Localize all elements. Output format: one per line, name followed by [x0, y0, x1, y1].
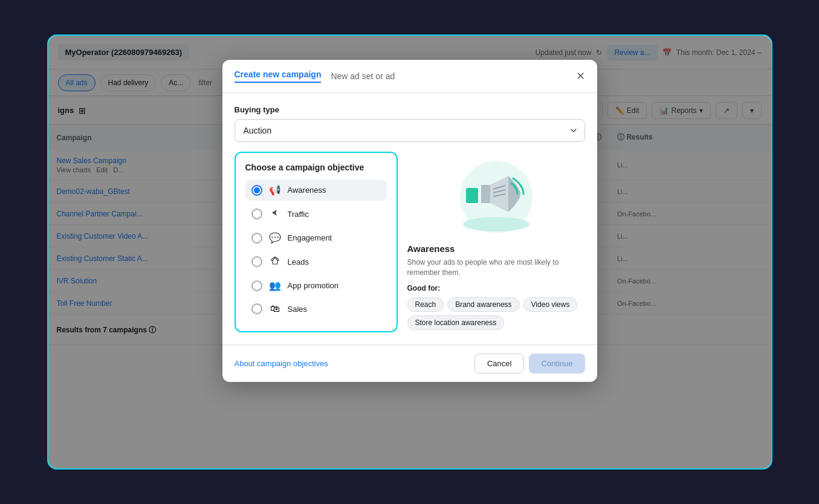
tab-create-campaign[interactable]: Create new campaign	[235, 69, 322, 83]
objective-title: Choose a campaign objective	[245, 163, 387, 172]
screen-wrapper: MyOperator (226080979469263) Updated jus…	[47, 34, 772, 470]
tag-store-location: Store location awareness	[407, 315, 505, 330]
dialog-header: Create new campaign New ad set or ad ✕	[222, 60, 597, 93]
objective-item-sales[interactable]: 🛍 Sales	[245, 299, 387, 319]
objective-item-awareness[interactable]: 📢 Awareness	[245, 179, 387, 201]
objective-item-engagement[interactable]: 💬 Engagement	[245, 227, 387, 248]
traffic-icon	[268, 208, 282, 220]
tag-video-views: Video views	[523, 297, 578, 312]
tag-brand-awareness: Brand awareness	[447, 297, 519, 312]
buying-type-label: Buying type	[235, 105, 585, 114]
tags-container: Reach Brand awareness Video views Store …	[407, 297, 585, 330]
objective-panel: Choose a campaign objective 📢 Awareness	[235, 152, 398, 332]
engagement-label: Engagement	[288, 233, 332, 242]
leads-icon	[268, 256, 282, 268]
awareness-illustration	[448, 152, 545, 236]
awareness-icon: 📢	[268, 184, 282, 196]
radio-awareness[interactable]	[251, 185, 262, 196]
dialog-body: Buying type Auction Reach and Frequency …	[222, 93, 597, 344]
objective-item-traffic[interactable]: Traffic	[245, 203, 387, 225]
detail-description: Show your ads to people who are most lik…	[407, 257, 585, 278]
leads-label: Leads	[288, 257, 309, 267]
close-button[interactable]: ✕	[576, 71, 585, 82]
traffic-label: Traffic	[288, 210, 309, 219]
detail-title: Awareness	[407, 244, 455, 254]
good-for-label: Good for:	[407, 284, 441, 292]
app-promotion-icon: 👥	[268, 280, 282, 291]
about-objectives-link[interactable]: About campaign objectives	[235, 359, 328, 368]
dialog-footer: About campaign objectives Cancel Continu…	[222, 344, 597, 382]
continue-button[interactable]: Continue	[529, 354, 584, 373]
create-campaign-dialog: Create new campaign New ad set or ad ✕ B…	[222, 60, 597, 382]
cancel-button[interactable]: Cancel	[474, 354, 524, 373]
svg-rect-2	[466, 188, 478, 203]
sales-icon: 🛍	[268, 303, 282, 314]
objective-item-app-promotion[interactable]: 👥 App promotion	[245, 275, 387, 296]
radio-traffic[interactable]	[251, 208, 262, 219]
awareness-label: Awareness	[288, 186, 326, 195]
modal-overlay: Create new campaign New ad set or ad ✕ B…	[48, 36, 771, 468]
objective-item-leads[interactable]: Leads	[245, 251, 387, 273]
sales-label: Sales	[288, 305, 308, 314]
objective-detail: Awareness Show your ads to people who ar…	[407, 152, 585, 332]
radio-app-promotion[interactable]	[251, 280, 262, 291]
engagement-icon: 💬	[268, 232, 282, 244]
radio-leads[interactable]	[251, 256, 262, 267]
radio-sales[interactable]	[251, 303, 262, 314]
dialog-main: Choose a campaign objective 📢 Awareness	[235, 152, 585, 332]
app-promotion-label: App promotion	[288, 281, 339, 290]
buying-type-select[interactable]: Auction Reach and Frequency	[235, 119, 585, 142]
svg-point-1	[463, 217, 529, 231]
tag-reach: Reach	[407, 297, 444, 312]
tab-new-ad-set[interactable]: New ad set or ad	[331, 71, 395, 81]
radio-engagement[interactable]	[251, 233, 262, 244]
footer-buttons: Cancel Continue	[474, 354, 585, 373]
